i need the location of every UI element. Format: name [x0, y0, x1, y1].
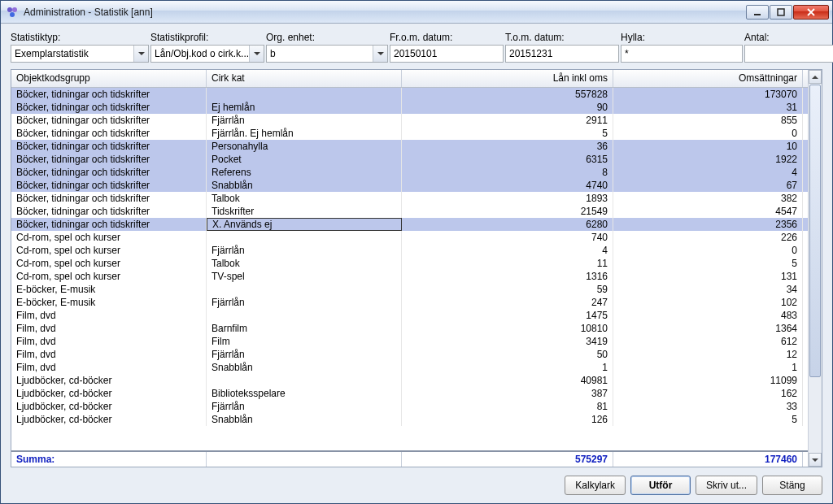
chevron-down-icon [373, 46, 387, 62]
cell-objectgroup: Film, dvd [11, 335, 207, 348]
table-row[interactable]: Film, dvdBarnfilm108101364 [11, 322, 808, 335]
org-select[interactable]: b [266, 45, 388, 63]
table-row[interactable]: Cd-rom, spel och kurserTalbok115 [11, 257, 808, 270]
cell-turnover: 226 [613, 231, 803, 244]
svg-rect-3 [754, 14, 761, 15]
table-row[interactable]: Cd-rom, spel och kurserFjärrlån40 [11, 244, 808, 257]
table-header: Objektkodsgrupp Cirk kat Lån inkl oms Om… [11, 70, 808, 88]
table-row[interactable]: Böcker, tidningar och tidskrifterFjärrlå… [11, 114, 808, 127]
table-row[interactable]: Böcker, tidningar och tidskrifter5578281… [11, 88, 808, 101]
table-row[interactable]: Ljudböcker, cd-böckerFjärrlån8133 [11, 400, 808, 413]
to-date-input[interactable]: 20151231 [505, 45, 619, 63]
cell-loans: 557828 [402, 88, 613, 101]
cell-turnover: 855 [613, 114, 803, 127]
table-row[interactable]: Cd-rom, spel och kurser740226 [11, 231, 808, 244]
cell-loans: 126 [402, 413, 613, 426]
maximize-button[interactable] [770, 5, 792, 20]
from-date-value: 20150101 [394, 48, 437, 59]
scroll-thumb[interactable] [809, 85, 821, 377]
cell-cirkcat: Fjärrlån [207, 400, 402, 413]
cell-cirkcat: Snabblån [207, 179, 402, 192]
svg-rect-4 [778, 9, 784, 15]
cell-objectgroup: Ljudböcker, cd-böcker [11, 400, 207, 413]
cell-cirkcat: Film [207, 335, 402, 348]
table-row[interactable]: Böcker, tidningar och tidskrifterEj heml… [11, 101, 808, 114]
cell-cirkcat [207, 309, 402, 322]
close-dialog-button[interactable]: Stäng [762, 476, 822, 495]
titlebar[interactable]: Administration - Statistik [ann] [1, 1, 832, 24]
table-row[interactable]: Ljudböcker, cd-böckerBiblioteksspelare38… [11, 387, 808, 400]
cell-cirkcat: Barnfilm [207, 322, 402, 335]
col-cirkcat[interactable]: Cirk kat [207, 70, 402, 87]
print-button[interactable]: Skriv ut... [696, 476, 757, 495]
footer-loans: 575297 [402, 452, 613, 467]
table-row[interactable]: Cd-rom, spel och kurserTV-spel1316131 [11, 270, 808, 283]
cell-loans: 4 [402, 244, 613, 257]
svg-point-0 [7, 7, 12, 12]
from-date-input[interactable]: 20150101 [390, 45, 504, 63]
scroll-down-button[interactable] [809, 453, 822, 467]
table-row[interactable]: E-böcker, E-musik5934 [11, 283, 808, 296]
scroll-up-button[interactable] [809, 70, 822, 84]
profile-select[interactable]: Lån/Obj.kod o cirk.k... [150, 45, 264, 63]
col-objectgroup[interactable]: Objektkodsgrupp [11, 70, 207, 87]
cell-loans: 1893 [402, 192, 613, 205]
org-select-value: b [270, 48, 276, 59]
table-row[interactable]: Film, dvdSnabblån11 [11, 361, 808, 374]
table-row[interactable]: Böcker, tidningar och tidskrifterPersona… [11, 140, 808, 153]
cell-objectgroup: Böcker, tidningar och tidskrifter [11, 114, 207, 127]
table-row[interactable]: Böcker, tidningar och tidskrifterSnabblå… [11, 179, 808, 192]
cell-objectgroup: Film, dvd [11, 309, 207, 322]
table-row[interactable]: Böcker, tidningar och tidskrifterReferen… [11, 166, 808, 179]
col-turnover[interactable]: Omsättningar [613, 70, 803, 87]
minimize-button[interactable] [746, 5, 769, 20]
cell-turnover: 33 [613, 400, 803, 413]
table-row[interactable]: Böcker, tidningar och tidskrifterTalbok1… [11, 192, 808, 205]
table-row[interactable]: Film, dvd1475483 [11, 309, 808, 322]
count-input[interactable] [744, 45, 833, 63]
cell-loans: 1475 [402, 309, 613, 322]
table-row[interactable]: Böcker, tidningar och tidskrifterPocket6… [11, 153, 808, 166]
table-row[interactable]: Ljudböcker, cd-böcker4098111099 [11, 374, 808, 387]
cell-objectgroup: E-böcker, E-musik [11, 283, 207, 296]
cell-objectgroup: Böcker, tidningar och tidskrifter [11, 179, 207, 192]
shelf-input[interactable]: * [621, 45, 743, 63]
profile-select-value: Lån/Obj.kod o cirk.k... [155, 48, 249, 59]
cell-turnover: 1364 [613, 322, 803, 335]
table-row[interactable]: Böcker, tidningar och tidskrifterX. Anvä… [11, 218, 808, 231]
cell-loans: 36 [402, 140, 613, 153]
cell-cirkcat [207, 88, 402, 101]
cell-cirkcat: Fjärrlån [207, 114, 402, 127]
cell-loans: 6280 [402, 218, 613, 231]
cell-loans: 2911 [402, 114, 613, 127]
close-button[interactable] [793, 5, 829, 20]
table-row[interactable]: E-böcker, E-musikFjärrlån247102 [11, 296, 808, 309]
cell-turnover: 173070 [613, 88, 803, 101]
type-select[interactable]: Exemplarstatistik [11, 45, 149, 63]
cell-turnover: 131 [613, 270, 803, 283]
table-row[interactable]: Film, dvdFjärrlån5012 [11, 348, 808, 361]
table-row[interactable]: Böcker, tidningar och tidskrifterFjärrlå… [11, 127, 808, 140]
label-org: Org. enhet: [266, 32, 388, 45]
cell-loans: 6315 [402, 153, 613, 166]
table-row[interactable]: Ljudböcker, cd-böckerSnabblån1265 [11, 413, 808, 426]
label-count: Antal: [744, 32, 833, 45]
col-loans[interactable]: Lån inkl oms [402, 70, 613, 87]
table-footer: Summa: 575297 177460 [11, 450, 808, 467]
cell-turnover: 31 [613, 101, 803, 114]
cell-cirkcat: Personahylla [207, 140, 402, 153]
vertical-scrollbar[interactable] [808, 70, 822, 467]
cell-objectgroup: Böcker, tidningar och tidskrifter [11, 140, 207, 153]
table-row[interactable]: Böcker, tidningar och tidskrifterTidskri… [11, 205, 808, 218]
cell-turnover: 1 [613, 361, 803, 374]
table-row[interactable]: Film, dvdFilm3419612 [11, 335, 808, 348]
footer-turnover: 177460 [613, 452, 803, 467]
cell-cirkcat: Fjärrlån [207, 348, 402, 361]
cell-objectgroup: Cd-rom, spel och kurser [11, 231, 207, 244]
cell-cirkcat: Snabblån [207, 413, 402, 426]
spreadsheet-button[interactable]: Kalkylark [565, 476, 626, 495]
cell-cirkcat: Talbok [207, 257, 402, 270]
execute-button[interactable]: Utför [630, 476, 691, 495]
cell-objectgroup: Film, dvd [11, 361, 207, 374]
cell-loans: 50 [402, 348, 613, 361]
